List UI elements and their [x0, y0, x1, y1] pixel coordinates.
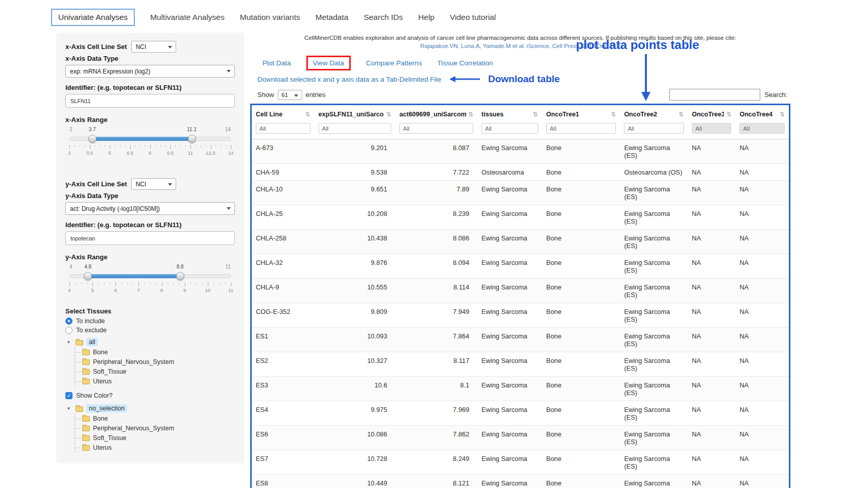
tree-node-peripheral-nervous-system[interactable]: Peripheral_Nervous_System — [75, 357, 235, 367]
cell-oncotree3: NA — [688, 426, 735, 450]
nav-tab-search-ids[interactable]: Search IDs — [364, 13, 403, 22]
filter-input-oncotree3[interactable] — [692, 123, 731, 134]
show-entries: Show 61 entries — [257, 90, 326, 100]
y-axis-cell-line-set-select[interactable]: NCI — [131, 178, 176, 190]
cell-cell-line: CHLA-9 — [252, 279, 315, 303]
exclude-radio[interactable] — [65, 327, 73, 334]
y-axis-range-handle-to[interactable] — [176, 272, 184, 280]
column-header-oncotree1[interactable]: OncoTree1⇅ — [542, 105, 620, 122]
tree-node-bone[interactable]: Bone — [75, 347, 235, 357]
y-axis-data-type-value: act: Drug Activity (-log10[IC50M]) — [70, 205, 160, 212]
y-axis-range-slider: 44.88.8114567891011 — [69, 264, 231, 294]
download-link[interactable]: Download selected x and y axis data as a… — [257, 76, 441, 83]
cell-act609699-unisarcoma: 7.969 — [395, 401, 477, 426]
nav-tab-help[interactable]: Help — [418, 13, 435, 22]
tree-node-uterus[interactable]: Uterus — [75, 443, 235, 452]
table-row[interactable]: CHLA-2510.2088.239Ewing SarcomaBoneEwing… — [252, 205, 789, 230]
filter-input-oncotree2[interactable] — [624, 123, 684, 134]
tree-node-all[interactable]: all — [86, 338, 98, 346]
x-axis-range-handle-from[interactable] — [88, 135, 97, 143]
column-header-tissues[interactable]: tissues⇅ — [477, 105, 542, 122]
nav-tab-metadata[interactable]: Metadata — [316, 13, 349, 22]
tree-node-bone[interactable]: Bone — [75, 413, 235, 423]
table-row[interactable]: ES110.0937.864Ewing SarcomaBoneEwing Sar… — [252, 328, 789, 352]
cell-oncotree3: NA — [688, 279, 735, 303]
y-axis-identifier-input[interactable] — [65, 231, 235, 245]
table-controls: Show 61 entries Search: — [250, 86, 790, 101]
search-label: Search: — [764, 91, 787, 99]
tree-node-soft-tissue[interactable]: Soft_Tissue — [75, 367, 235, 376]
filter-input-act609699-unisarcoma[interactable] — [399, 123, 473, 134]
cell-act609699-unisarcoma: 8.117 — [395, 352, 477, 377]
tree-node-soft-tissue[interactable]: Soft_Tissue — [75, 433, 235, 443]
column-header-oncotree4[interactable]: OncoTree4⇅ — [735, 105, 789, 122]
search-area: Search: — [669, 89, 787, 101]
tab-plot-data[interactable]: Plot Data — [262, 59, 291, 67]
table-row[interactable]: CHA-599.5387.722OsteosarcomaBoneOsteosar… — [252, 164, 789, 181]
y-axis-data-type-select[interactable]: act: Drug Activity (-log10[IC50M]) — [65, 202, 235, 215]
cell-oncotree2: Ewing Sarcoma (ES) — [620, 205, 688, 230]
tree-expander-icon[interactable]: ▾ — [67, 339, 73, 345]
include-radio[interactable] — [65, 318, 73, 325]
x-axis-identifier-input[interactable] — [65, 94, 235, 108]
y-axis-cell-line-set-value: NCI — [136, 181, 147, 188]
search-input[interactable] — [669, 89, 760, 101]
x-axis-data-type-select[interactable]: exp: mRNA Expression (log2) — [65, 65, 235, 78]
tissue-exclude-option: To exclude — [65, 327, 235, 334]
table-row[interactable]: A-6739.2018.087Ewing SarcomaBoneEwing Sa… — [252, 139, 789, 164]
cell-act609699-unisarcoma: 8.121 — [395, 475, 477, 488]
filter-input-cell-line[interactable] — [256, 123, 310, 134]
filter-input-oncotree4[interactable] — [739, 123, 785, 134]
x-axis-cell-line-set-label: x-Axis Cell Line Set — [65, 43, 127, 51]
column-header-cell-line[interactable]: Cell Line⇅ — [252, 105, 315, 122]
column-header-oncotree2[interactable]: OncoTree2⇅ — [620, 105, 688, 122]
table-row[interactable]: ES310.68.1Ewing SarcomaBoneEwing Sarcoma… — [252, 377, 789, 401]
column-header-oncotree3[interactable]: OncoTree3⇅ — [688, 105, 735, 122]
tab-compare-patterns[interactable]: Compare Patterns — [366, 59, 422, 67]
tree-node-uterus[interactable]: Uterus — [75, 376, 235, 386]
cell-oncotree3: NA — [688, 475, 735, 488]
nav-tab-multivariate-analyses[interactable]: Multivariate Analyses — [150, 13, 225, 22]
nav-tab-mutation-variants[interactable]: Mutation variants — [240, 13, 300, 22]
folder-icon — [82, 416, 90, 422]
entries-select[interactable]: 61 — [278, 90, 302, 100]
x-axis-range-handle-to[interactable] — [188, 135, 196, 143]
nav-tab-video-tutorial[interactable]: Video tutorial — [450, 13, 496, 22]
show-color-checkbox[interactable] — [65, 392, 73, 399]
cell-oncotree4: NA — [735, 303, 789, 328]
filter-input-oncotree1[interactable] — [546, 123, 616, 134]
table-row[interactable]: ES49.9757.969Ewing SarcomaBoneEwing Sarc… — [252, 401, 789, 426]
filter-input-tissues[interactable] — [481, 123, 538, 134]
cell-oncotree3: NA — [688, 254, 735, 279]
tab-view-data[interactable]: View Data — [313, 59, 344, 67]
table-row[interactable]: ES810.4498.121Ewing SarcomaBoneEwing Sar… — [252, 475, 789, 488]
table-row[interactable]: CHLA-329.8768.094Ewing SarcomaBoneEwing … — [252, 254, 789, 279]
cell-expslfn11-unisarcoma: 10.086 — [315, 426, 396, 450]
x-axis-cell-line-set-select[interactable]: NCI — [131, 41, 176, 53]
table-row[interactable]: ES710.7288.249Ewing SarcomaBoneEwing Sar… — [252, 450, 789, 475]
table-row[interactable]: ES210.3278.117Ewing SarcomaBoneEwing Sar… — [252, 352, 789, 377]
y-axis-data-type-label: y-Axis Data Type — [65, 192, 235, 200]
tree-node-peripheral-nervous-system[interactable]: Peripheral_Nervous_System — [75, 423, 235, 433]
table-row[interactable]: CHLA-109.6517.89Ewing SarcomaBoneEwing S… — [252, 181, 789, 205]
column-header-act609699-unisarcoma[interactable]: act609699_uniSarcoma⇅ — [395, 105, 477, 122]
table-row[interactable]: CHLA-910.5558.114Ewing SarcomaBoneEwing … — [252, 279, 789, 303]
y-axis-range-handle-from[interactable] — [84, 272, 92, 280]
table-header-row: Cell Line⇅expSLFN11_uniSarcoma⇅act609699… — [252, 105, 789, 122]
table-row[interactable]: CHLA-25810.4388.086Ewing SarcomaBoneEwin… — [252, 230, 789, 254]
column-header-expslfn11-unisarcoma[interactable]: expSLFN11_uniSarcoma⇅ — [315, 105, 396, 122]
cell-expslfn11-unisarcoma: 10.438 — [315, 230, 396, 254]
table-row[interactable]: ES610.0867.862Ewing SarcomaBoneEwing Sar… — [252, 426, 789, 450]
table-row[interactable]: COG-E-3529.8097.949Ewing SarcomaBoneEwin… — [252, 303, 789, 328]
x-axis-data-type-value: exp: mRNA Expression (log2) — [70, 68, 150, 75]
cell-act609699-unisarcoma: 7.89 — [395, 181, 477, 205]
nav-tab-univariate-analyses[interactable]: Univariate Analyses — [51, 9, 135, 26]
tree-node-no-selection[interactable]: no_selection — [86, 404, 127, 412]
tree-root-all: ▾all — [67, 338, 235, 346]
folder-icon — [82, 426, 90, 431]
tree-expander-icon[interactable]: ▾ — [67, 406, 73, 411]
filter-input-expslfn11-unisarcoma[interactable] — [319, 123, 392, 134]
cell-cell-line: CHLA-10 — [252, 181, 315, 205]
y-axis-range-track — [69, 272, 231, 281]
tab-tissue-correlation[interactable]: Tissue Correlation — [437, 59, 493, 67]
